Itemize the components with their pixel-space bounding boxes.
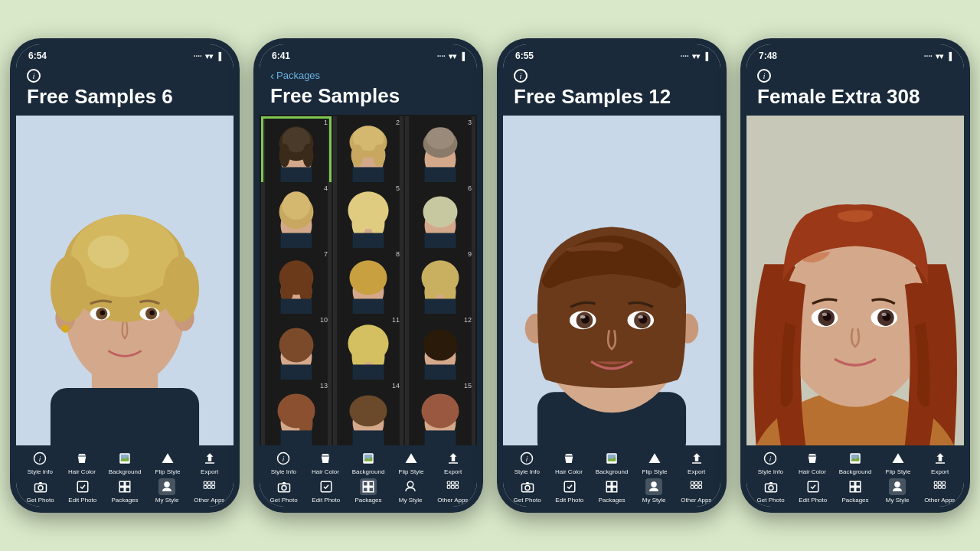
- toolbar-4-get-photo[interactable]: Get Photo: [756, 478, 786, 504]
- toolbar-4-my-style[interactable]: My Style: [882, 478, 913, 504]
- background-icon-2: [360, 450, 377, 467]
- toolbar-2-background[interactable]: Background: [352, 450, 385, 475]
- svg-marker-119: [406, 453, 417, 463]
- svg-point-16: [149, 310, 154, 315]
- grid-cell-15[interactable]: 15: [405, 380, 475, 445]
- camera-icon-2: [276, 478, 292, 495]
- svg-rect-188: [808, 481, 818, 492]
- toolbar-4-style-info[interactable]: i Style Info: [755, 450, 786, 475]
- toolbar-3-other-apps[interactable]: Other Apps: [681, 478, 711, 504]
- grid-cell-14[interactable]: 14: [333, 380, 403, 445]
- phone-3-portrait-svg: [503, 116, 720, 445]
- flip-style-icon: [159, 450, 176, 467]
- grid-cell-2[interactable]: 2: [333, 116, 403, 187]
- toolbar-2-edit-photo[interactable]: Edit Photo: [311, 478, 341, 504]
- toolbar-4-export[interactable]: Export: [925, 450, 956, 475]
- svg-rect-154: [692, 462, 701, 464]
- toolbar-4-background[interactable]: Background: [839, 450, 872, 475]
- hair-thumb-1: [261, 116, 332, 187]
- grid-cell-13[interactable]: 13: [261, 380, 332, 445]
- toolbar-my-style[interactable]: My Style: [152, 478, 182, 504]
- toolbar-2-style-info[interactable]: i Style Info: [268, 450, 299, 475]
- hair-thumb-12: [405, 314, 475, 384]
- svg-point-147: [580, 315, 585, 318]
- grid-cell-3[interactable]: 3: [405, 116, 475, 187]
- toolbar-2-hair-color[interactable]: Hair Color: [310, 450, 341, 475]
- toolbar-2-my-style[interactable]: My Style: [395, 478, 426, 504]
- grid-cell-5[interactable]: 5: [333, 182, 403, 253]
- toolbar-background[interactable]: Background: [109, 450, 142, 475]
- hair-color-icon-3: [560, 450, 577, 467]
- svg-rect-165: [699, 481, 702, 484]
- toolbar-2-other-apps[interactable]: Other Apps: [437, 478, 468, 504]
- flip-style-icon-4: [890, 450, 906, 467]
- toolbar-2-flip-style[interactable]: Flip Style: [396, 450, 426, 475]
- toolbar-3-background[interactable]: Background: [596, 450, 629, 475]
- toolbar-export[interactable]: Export: [194, 450, 225, 475]
- svg-rect-160: [606, 487, 611, 492]
- svg-rect-192: [856, 487, 861, 492]
- toolbar-3-style-info[interactable]: i Style Info: [511, 450, 542, 475]
- grid-cell-11[interactable]: 11: [333, 314, 403, 384]
- grid-cell-8[interactable]: 8: [333, 248, 403, 318]
- grid-cell-10[interactable]: 10: [261, 314, 332, 384]
- phone-1-screen: 6:54 ···· ▾▾ ▐ i Free Samples 6: [16, 44, 234, 507]
- toolbar-get-photo[interactable]: Get Photo: [25, 478, 56, 504]
- toolbar-style-info[interactable]: i Style Info: [24, 450, 55, 475]
- grid-cell-6[interactable]: 6: [405, 182, 475, 253]
- toolbar-packages[interactable]: Packages: [109, 478, 140, 504]
- phone-2-toolbar-row2: Get Photo Edit Photo Packages: [263, 478, 474, 504]
- toolbar-4-packages[interactable]: Packages: [840, 478, 871, 504]
- camera-icon-4: [763, 478, 779, 495]
- toolbar-flip-style[interactable]: Flip Style: [152, 450, 183, 475]
- toolbar-other-apps[interactable]: Other Apps: [194, 478, 224, 504]
- toolbar-3-packages[interactable]: Packages: [596, 478, 627, 504]
- toolbar-2-packages[interactable]: Packages: [353, 478, 384, 504]
- flip-style-icon-2: [403, 450, 420, 467]
- grid-cell-4[interactable]: 4: [261, 182, 332, 253]
- back-chevron-icon: ‹: [270, 69, 274, 82]
- toolbar-3-flip-style[interactable]: Flip Style: [639, 450, 670, 475]
- toolbar-3-get-photo[interactable]: Get Photo: [512, 478, 543, 504]
- toolbar-4-other-apps[interactable]: Other Apps: [924, 478, 955, 504]
- svg-rect-133: [452, 486, 455, 489]
- grid-cell-1[interactable]: 1: [261, 116, 332, 187]
- toolbar-edit-photo[interactable]: Edit Photo: [67, 478, 98, 504]
- toolbar-4-hair-color[interactable]: Hair Color: [797, 450, 828, 475]
- phone-4-info-icon[interactable]: i: [757, 69, 771, 83]
- svg-rect-2: [51, 388, 199, 445]
- phone-1-info-icon[interactable]: i: [27, 69, 41, 83]
- toolbar-2-get-photo[interactable]: Get Photo: [269, 478, 299, 504]
- toolbar-3-hair-color[interactable]: Hair Color: [554, 450, 584, 475]
- toolbar-4-flip-style[interactable]: Flip Style: [883, 450, 913, 475]
- grid-cell-7[interactable]: 7: [261, 248, 332, 318]
- my-style-icon-4: [889, 478, 906, 495]
- phone-2-header: ‹ Packages Free Samples: [260, 64, 477, 115]
- svg-point-193: [894, 481, 900, 487]
- svg-rect-34: [212, 481, 215, 484]
- phone-4-time: 7:48: [759, 51, 777, 61]
- phone-3-info-icon[interactable]: i: [514, 69, 528, 83]
- hair-thumb-6: [405, 182, 475, 253]
- grid-cell-9[interactable]: 9: [405, 248, 475, 318]
- toolbar-3-my-style[interactable]: My Style: [639, 478, 669, 504]
- svg-rect-35: [204, 486, 207, 489]
- export-icon-3: [688, 450, 705, 467]
- phone-2-back-nav[interactable]: ‹ Packages: [270, 69, 466, 82]
- toolbar-3-export[interactable]: Export: [681, 450, 712, 475]
- phone-1-header: i Free Samples 6: [16, 64, 234, 116]
- grid-cell-12[interactable]: 12: [405, 314, 475, 384]
- wifi-icon-2: ▾▾: [449, 52, 456, 60]
- phone-2-title: Free Samples: [270, 85, 466, 107]
- svg-rect-189: [850, 481, 854, 486]
- toolbar-2-export[interactable]: Export: [438, 450, 469, 475]
- phone-4-status-bar: 7:48 ···· ▾▾ ▐: [746, 44, 964, 64]
- other-apps-icon: [201, 478, 217, 495]
- svg-rect-161: [612, 487, 617, 492]
- hair-thumb-5: [333, 182, 403, 253]
- svg-rect-190: [856, 481, 861, 486]
- toolbar-hair-color[interactable]: Hair Color: [67, 450, 97, 475]
- toolbar-4-edit-photo[interactable]: Edit Photo: [798, 478, 828, 504]
- toolbar-3-edit-photo[interactable]: Edit Photo: [554, 478, 585, 504]
- svg-marker-153: [649, 453, 661, 463]
